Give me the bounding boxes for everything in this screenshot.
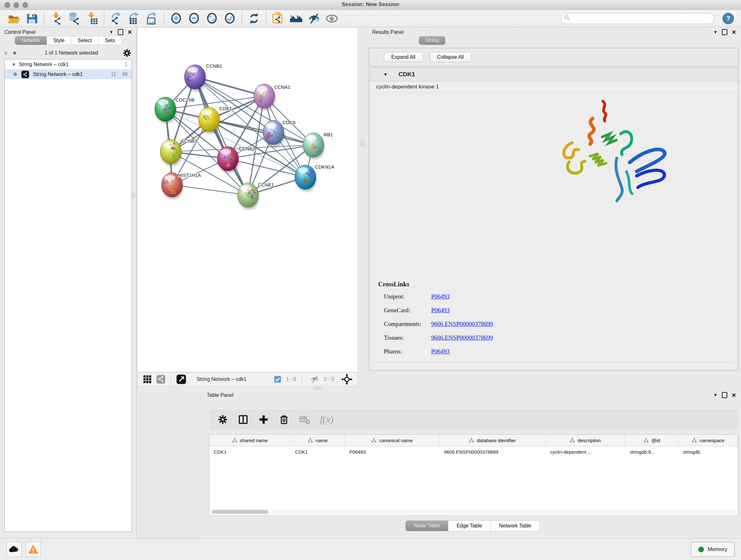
column-header-database-identifier[interactable]: database identifier [440, 435, 546, 446]
refresh-view-button[interactable] [245, 10, 263, 26]
selected-checkbox-icon[interactable] [274, 375, 281, 383]
tab-sets[interactable]: Sets [98, 36, 122, 45]
collapse-all-button[interactable]: Collapse All [430, 52, 471, 62]
help-button[interactable]: ? [723, 13, 734, 24]
hide-selected-button[interactable] [305, 10, 323, 26]
show-columns-icon[interactable] [238, 414, 249, 425]
collapse-all-networks-icon[interactable]: » [3, 51, 10, 55]
close-panel-icon[interactable]: × [732, 393, 736, 397]
tab-edge-table[interactable]: Edge Table [448, 520, 491, 531]
node-label-CDC25B: CDC25B [176, 97, 194, 103]
search-icon [563, 14, 570, 21]
table-row[interactable]: CDK1CDK1P064939606.ENSP00000378699cyclin… [209, 446, 738, 457]
search-input[interactable] [561, 13, 714, 24]
control-panel-tabs: Network Style Select Sets [15, 36, 122, 45]
open-session-button[interactable] [5, 10, 23, 26]
crosslink-link[interactable]: P06493 [431, 348, 450, 355]
node-table[interactable]: shared namenamecanonical namedatabase id… [209, 434, 738, 516]
network-node-CCNB1[interactable] [160, 139, 182, 166]
crosslink-row: Tissues: 9606.ENSP00000378699 [378, 334, 738, 341]
network-edge-ccnb2-ccne1[interactable] [195, 77, 248, 195]
birdseye-view-icon[interactable] [176, 374, 186, 384]
network-node-CCNA1[interactable] [254, 84, 275, 111]
network-node-CCNA2[interactable] [217, 146, 239, 173]
show-all-button[interactable] [323, 10, 341, 26]
tab-node-table[interactable]: Node Table [405, 520, 448, 531]
tab-select[interactable]: Select [71, 36, 98, 45]
tab-network[interactable]: Network [15, 36, 47, 45]
protein-expand-icon[interactable]: ▼ [383, 72, 388, 77]
network-node-CDK1[interactable] [199, 107, 220, 134]
float-panel-icon[interactable]: ▼ [713, 393, 718, 397]
expand-all-button[interactable]: Expand All [384, 52, 423, 62]
column-header-namespace[interactable]: namespace [678, 435, 738, 446]
network-row[interactable]: String Network – cdk1 11 48 [5, 69, 131, 79]
crosslink-link[interactable]: 9606.ENSP00000378699 [431, 334, 493, 341]
maximize-panel-icon[interactable] [722, 392, 727, 398]
network-edge-ccna2-cdkn1a[interactable] [228, 159, 306, 177]
left-splitter-handle[interactable] [131, 192, 135, 199]
import-network-file-button[interactable] [47, 10, 65, 26]
zoom-in-button[interactable] [167, 10, 185, 26]
export-table-button[interactable] [125, 10, 143, 26]
column-header-shared-name[interactable]: shared name [209, 435, 291, 446]
grid-view-icon[interactable] [143, 374, 152, 384]
collection-expand-icon[interactable]: ▼ [12, 62, 16, 67]
cloud-status-button[interactable] [6, 542, 22, 557]
tab-network-table[interactable]: Network Table [491, 520, 540, 531]
warning-status-button[interactable] [25, 542, 41, 557]
table-options-gear-icon[interactable] [217, 414, 228, 425]
float-panel-icon[interactable]: ▼ [109, 30, 113, 35]
zoom-in-icon [170, 12, 183, 25]
zoom-fit-button[interactable] [203, 10, 221, 26]
table-horizontal-scrollbar[interactable] [211, 509, 737, 514]
export-image-button[interactable] [143, 10, 161, 26]
network-node-RB1[interactable] [303, 133, 325, 159]
first-neighbors-icon [289, 12, 303, 25]
crosslink-link[interactable]: 9606.ENSP00000378699 [431, 320, 493, 327]
share-view-icon[interactable] [156, 374, 165, 384]
column-header-name[interactable]: name [291, 435, 345, 446]
right-splitter-handle[interactable] [360, 140, 364, 147]
network-node-CCNB2[interactable] [185, 65, 206, 91]
save-session-button[interactable] [23, 10, 41, 26]
crosslink-link[interactable]: P06493 [431, 293, 450, 300]
network-node-CCNE1[interactable] [238, 183, 259, 209]
add-column-icon[interactable] [258, 414, 269, 425]
column-header-canonical-name[interactable]: canonical name [345, 435, 440, 446]
table-tabs: Node TableEdge TableNetwork Table [204, 520, 741, 531]
network-edge-ccne1-hist1h1a[interactable] [172, 185, 248, 195]
maximize-panel-icon[interactable] [722, 29, 727, 35]
hidden-eye-icon[interactable] [310, 374, 320, 384]
float-panel-icon[interactable]: ▼ [713, 30, 718, 35]
close-panel-icon[interactable]: × [128, 30, 132, 35]
network-options-gear-icon[interactable] [122, 48, 132, 58]
close-panel-icon[interactable]: × [732, 30, 736, 35]
export-network-button[interactable] [107, 10, 125, 26]
import-network-database-button[interactable] [65, 10, 83, 26]
tab-string[interactable]: String [419, 36, 446, 45]
network-icon [21, 71, 29, 78]
fit-selected-crosshair-icon[interactable] [341, 374, 353, 385]
protein-card-header[interactable]: ▼ CDK1 [369, 68, 738, 81]
scrollbar-thumb[interactable] [212, 510, 268, 514]
network-node-CDC25B[interactable] [155, 97, 177, 124]
crosslink-link[interactable]: P06493 [431, 307, 450, 314]
first-neighbors-button[interactable] [287, 10, 305, 26]
network-collection-row[interactable]: ▼ String Network – cdk1 1 [5, 59, 131, 69]
import-table-file-button[interactable] [83, 10, 101, 26]
network-canvas[interactable]: CCNB2 CCNA1 CDC25B CDK1 CDC6 RB1 CCNB1 [137, 27, 358, 372]
network-node-CDKN1A[interactable] [295, 165, 317, 192]
memory-button[interactable]: Memory [691, 542, 735, 557]
maximize-panel-icon[interactable] [118, 29, 123, 35]
zoom-selected-button[interactable] [221, 10, 239, 26]
copy-network-button[interactable] [269, 10, 287, 26]
zoom-out-button[interactable] [185, 10, 203, 26]
network-node-CDC6[interactable] [263, 120, 285, 147]
expand-all-networks-icon[interactable]: » [10, 51, 18, 55]
tab-style[interactable]: Style [47, 36, 71, 45]
column-header--id[interactable]: @id [625, 435, 678, 446]
delete-column-icon[interactable] [279, 414, 289, 425]
node-label-CCNB1: CCNB1 [181, 138, 197, 144]
column-header-description[interactable]: description [546, 435, 625, 446]
